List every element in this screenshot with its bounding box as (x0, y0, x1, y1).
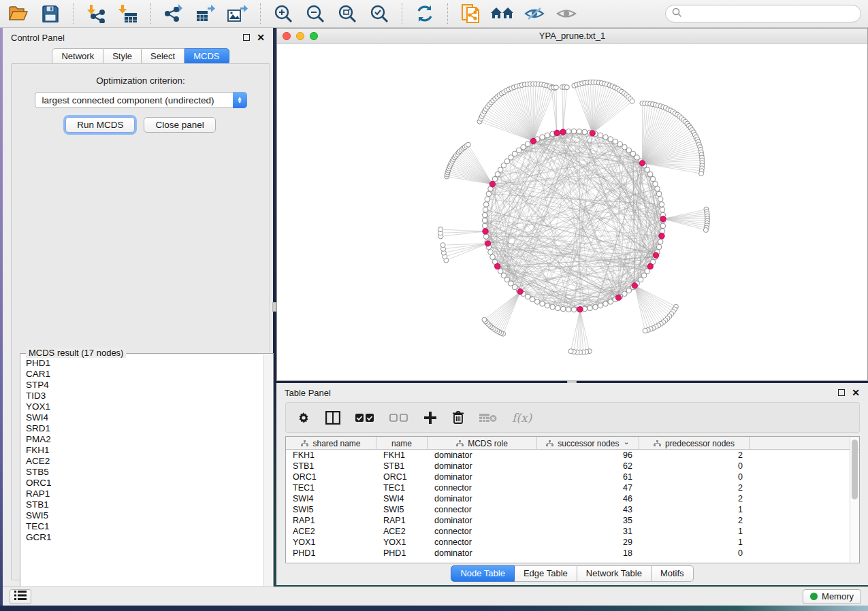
network-ring-node[interactable] (488, 250, 494, 255)
mcds-result-list[interactable]: PHD1CAR1STP4TID3YOX1SWI4SRD1PMA2FKH1ACE2… (21, 354, 263, 604)
table-row[interactable]: YOX1YOX1connector291 (286, 537, 859, 548)
table-cell[interactable]: 61 (537, 472, 639, 482)
mcds-result-item[interactable]: FKH1 (26, 445, 263, 456)
import-table-button[interactable] (116, 3, 140, 24)
table-cell[interactable]: 2 (639, 494, 750, 503)
mcds-result-item[interactable]: GCR1 (26, 532, 263, 543)
network-mcds-node[interactable] (517, 288, 523, 294)
table-cell[interactable]: RAP1 (376, 516, 428, 525)
network-ring-node[interactable] (566, 307, 571, 312)
mcds-list-scrollbar[interactable] (263, 354, 272, 604)
export-table-button[interactable] (194, 3, 217, 24)
mcds-result-item[interactable]: ORC1 (26, 478, 263, 489)
network-leaf-node[interactable] (630, 99, 634, 103)
network-ring-node[interactable] (598, 303, 603, 308)
network-mcds-node[interactable] (485, 241, 490, 246)
select-all-checkbox-icon[interactable] (355, 413, 374, 423)
network-ring-node[interactable] (658, 197, 663, 202)
network-ring-node[interactable] (534, 299, 540, 305)
network-leaf-node[interactable] (440, 243, 445, 248)
table-cell[interactable]: dominator (428, 494, 537, 503)
mcds-result-item[interactable]: STB5 (26, 467, 263, 478)
table-cell[interactable]: 1 (639, 527, 750, 536)
network-ring-node[interactable] (530, 297, 535, 302)
network-mcds-node[interactable] (659, 233, 664, 239)
table-row[interactable]: RAP1RAP1dominator352 (286, 515, 859, 526)
network-ring-node[interactable] (650, 176, 656, 182)
network-ring-node[interactable] (582, 129, 588, 135)
mcds-result-item[interactable]: ACE2 (26, 456, 263, 467)
network-ring-node[interactable] (571, 129, 577, 134)
table-row[interactable]: ORC1ORC1dominator610 (286, 472, 859, 482)
network-ring-node[interactable] (588, 306, 593, 311)
table-cell[interactable]: FKH1 (376, 450, 428, 460)
table-cell[interactable]: 1 (639, 538, 750, 547)
table-cell[interactable]: 2 (639, 516, 750, 525)
network-leaf-node[interactable] (482, 317, 487, 322)
table-cell[interactable]: 62 (537, 461, 639, 471)
network-leaf-node[interactable] (643, 329, 647, 333)
network-ring-node[interactable] (482, 223, 487, 229)
column-header-successor-nodes[interactable]: successor nodes⌄ (537, 437, 639, 450)
mcds-result-item[interactable]: TEC1 (26, 521, 263, 532)
network-ring-node[interactable] (560, 306, 566, 312)
network-ring-node[interactable] (653, 181, 658, 186)
network-leaf-node[interactable] (438, 227, 443, 232)
search-box[interactable] (665, 5, 861, 22)
network-ring-node[interactable] (483, 207, 488, 212)
zoom-out-button[interactable] (304, 3, 327, 24)
network-mcds-node[interactable] (647, 263, 653, 269)
network-ring-node[interactable] (603, 301, 609, 307)
network-mcds-node[interactable] (530, 138, 536, 144)
network-ring-node[interactable] (483, 202, 489, 208)
column-header-name[interactable]: name (376, 437, 428, 450)
run-mcds-button[interactable]: Run MCDS (65, 117, 135, 133)
table-cell[interactable]: YOX1 (286, 538, 376, 547)
table-cell[interactable]: 2 (639, 450, 750, 460)
table-row[interactable]: SWI4SWI4dominator462 (286, 493, 859, 504)
table-cell[interactable]: 1 (639, 505, 750, 514)
table-row[interactable]: STB1STB1dominator620 (286, 461, 859, 472)
table-cell[interactable]: 31 (537, 527, 639, 536)
network-ring-node[interactable] (550, 304, 556, 310)
table-cell[interactable]: SWI4 (286, 494, 376, 503)
table-scrollbar[interactable] (850, 437, 858, 562)
network-ring-node[interactable] (545, 133, 550, 138)
import-network-button[interactable] (84, 3, 108, 24)
network-ring-node[interactable] (540, 135, 545, 140)
tab-network[interactable]: Network (52, 48, 103, 65)
table-cell[interactable]: SWI4 (376, 494, 428, 503)
tab-mcds[interactable]: MCDS (184, 48, 229, 65)
tab-network-table[interactable]: Network Table (577, 565, 652, 582)
network-ring-node[interactable] (608, 137, 613, 142)
tab-motifs[interactable]: Motifs (652, 565, 694, 582)
table-row[interactable]: ACE2ACE2connector311 (286, 526, 859, 537)
table-cell[interactable]: dominator (428, 461, 537, 471)
table-cell[interactable]: 47 (537, 483, 639, 493)
table-cell[interactable]: dominator (428, 450, 537, 460)
table-cell[interactable]: dominator (428, 516, 537, 525)
close-panel-icon[interactable]: ✕ (852, 389, 860, 396)
network-leaf-node[interactable] (564, 85, 569, 90)
table-cell[interactable]: 2 (639, 483, 750, 493)
mcds-result-item[interactable]: CAR1 (26, 369, 263, 380)
network-mcds-node[interactable] (554, 130, 560, 135)
table-row[interactable]: FKH1FKH1dominator962 (286, 450, 859, 461)
table-cell[interactable]: 35 (537, 516, 639, 525)
refresh-layout-button[interactable] (413, 3, 436, 24)
network-ring-node[interactable] (525, 142, 530, 147)
mcds-result-item[interactable]: STB1 (26, 499, 263, 510)
network-ring-node[interactable] (598, 133, 603, 138)
table-cell[interactable]: ACE2 (376, 527, 428, 536)
network-ring-node[interactable] (482, 218, 487, 223)
settings-gear-icon[interactable] (297, 411, 310, 425)
table-scrollbar-thumb[interactable] (852, 440, 858, 499)
network-ring-node[interactable] (613, 139, 618, 144)
tab-node-table[interactable]: Node Table (451, 565, 515, 582)
network-ring-node[interactable] (603, 135, 609, 140)
network-ring-node[interactable] (556, 306, 561, 311)
column-header-shared-name[interactable]: shared name (286, 437, 376, 450)
table-cell[interactable]: 0 (639, 461, 750, 471)
search-input[interactable] (686, 9, 854, 19)
network-mcds-node[interactable] (632, 283, 637, 288)
